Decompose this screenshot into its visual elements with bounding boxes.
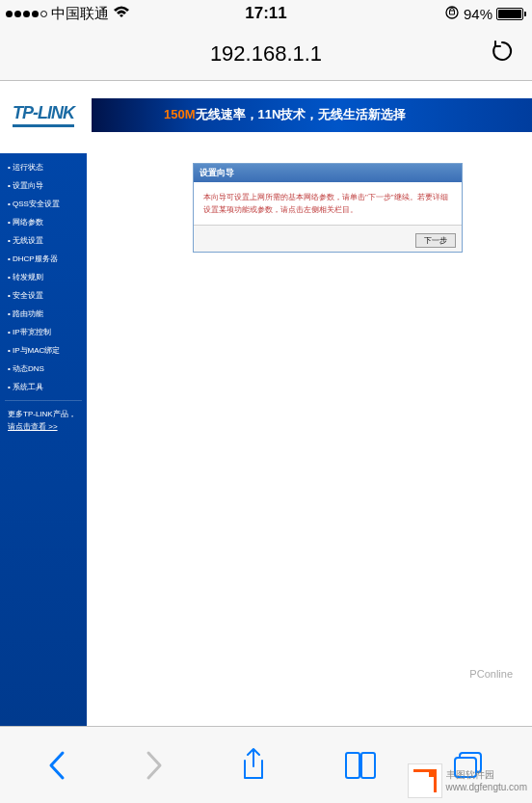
sidebar-item-wireless[interactable]: 无线设置 (0, 231, 87, 250)
battery-pct: 94% (464, 6, 492, 22)
pconline-watermark: PConline (469, 668, 513, 680)
router-page: TP-LINK 150M无线速率，11N技术，无线生活新选择 运行状态 设置向导… (0, 81, 532, 726)
status-left: 中国联通 (6, 5, 130, 23)
sidebar-item-bandwidth[interactable]: IP带宽控制 (0, 323, 87, 341)
sidebar-item-routing[interactable]: 路由功能 (0, 305, 87, 323)
sidebar-item-forward[interactable]: 转发规则 (0, 268, 87, 286)
sidebar-more[interactable]: 更多TP-LINK产品， 请点击查看 >> (0, 405, 87, 438)
status-time: 17:11 (245, 4, 286, 23)
signal-icon (6, 11, 47, 17)
orientation-lock-icon (444, 5, 460, 23)
banner-slogan: 150M无线速率，11N技术，无线生活新选择 (164, 106, 406, 123)
sidebar-item-system[interactable]: 系统工具 (0, 378, 87, 396)
reload-icon[interactable] (490, 39, 515, 69)
wizard-panel: 设置向导 本向导可设置上网所需的基本网络参数，请单击"下一步"继续。若要详细设置… (193, 163, 463, 253)
url-text: 192.168.1.1 (210, 41, 322, 67)
sidebar-item-ddns[interactable]: 动态DNS (0, 360, 87, 378)
banner: TP-LINK 150M无线速率，11N技术，无线生活新选择 (0, 81, 532, 153)
bookmarks-icon[interactable] (343, 751, 378, 780)
content-area: 设置向导 本向导可设置上网所需的基本网络参数，请单击"下一步"继续。若要详细设置… (87, 153, 532, 262)
panel-body: 本向导可设置上网所需的基本网络参数，请单击"下一步"继续。若要详细设置某项功能或… (194, 182, 462, 225)
sidebar-item-dhcp[interactable]: DHCP服务器 (0, 250, 87, 268)
wifi-icon (113, 6, 130, 22)
sidebar-item-status[interactable]: 运行状态 (0, 158, 87, 176)
safari-address-bar[interactable]: 192.168.1.1 (0, 27, 532, 81)
sidebar-item-wizard[interactable]: 设置向导 (0, 176, 87, 195)
next-button[interactable]: 下一步 (415, 233, 456, 248)
battery-icon (496, 8, 526, 20)
carrier-label: 中国联通 (51, 5, 109, 23)
watermark: 丰图软件园 www.dgfengtu.com (408, 763, 528, 798)
sidebar-item-ipmac[interactable]: IP与MAC绑定 (0, 341, 87, 360)
panel-footer: 下一步 (194, 225, 462, 252)
back-icon[interactable] (47, 749, 68, 782)
ios-status-bar: 中国联通 17:11 94% (0, 0, 532, 27)
watermark-logo-icon (408, 763, 442, 798)
sidebar-item-security[interactable]: 安全设置 (0, 286, 87, 305)
sidebar-item-network[interactable]: 网络参数 (0, 213, 87, 231)
sidebar: 运行状态 设置向导 QSS安全设置 网络参数 无线设置 DHCP服务器 转发规则… (0, 153, 87, 726)
share-icon[interactable] (239, 747, 268, 784)
logo-text: TP-LINK (13, 103, 74, 127)
sidebar-item-qss[interactable]: QSS安全设置 (0, 195, 87, 213)
forward-icon[interactable] (143, 749, 164, 782)
watermark-text: 丰图软件园 www.dgfengtu.com (446, 768, 528, 793)
logo-box: TP-LINK (5, 98, 82, 132)
status-right: 94% (444, 5, 526, 23)
panel-title: 设置向导 (194, 164, 462, 182)
